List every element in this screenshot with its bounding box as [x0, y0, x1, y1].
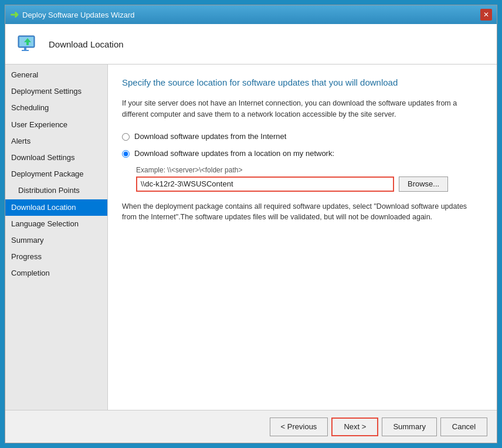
- header-icon: [13, 30, 42, 58]
- sidebar-item-language-selection[interactable]: Language Selection: [5, 216, 107, 232]
- radio-network[interactable]: [122, 150, 130, 158]
- content-area: GeneralDeployment SettingsSchedulingUser…: [5, 65, 497, 410]
- cancel-button[interactable]: Cancel: [440, 418, 487, 436]
- previous-button[interactable]: < Previous: [270, 418, 328, 436]
- example-text: Example: \\<server>\<folder path>: [136, 166, 483, 174]
- close-button[interactable]: ✕: [480, 9, 492, 21]
- sidebar-item-deployment-settings[interactable]: Deployment Settings: [5, 83, 107, 100]
- window-title: Deploy Software Updates Wizard: [22, 11, 134, 19]
- svg-rect-2: [24, 47, 26, 50]
- sidebar-item-general[interactable]: General: [5, 67, 107, 83]
- path-input[interactable]: [136, 177, 394, 192]
- main-panel: Specify the source location for software…: [108, 65, 497, 410]
- sidebar-item-summary[interactable]: Summary: [5, 232, 107, 249]
- header-bar: Download Location: [5, 24, 497, 65]
- sidebar: GeneralDeployment SettingsSchedulingUser…: [5, 65, 108, 410]
- arrow-icon: ➜: [10, 8, 19, 21]
- sidebar-item-progress[interactable]: Progress: [5, 249, 107, 265]
- bottom-note: When the deployment package contains all…: [122, 201, 483, 223]
- sidebar-item-download-settings[interactable]: Download Settings: [5, 150, 107, 166]
- radio-internet-label[interactable]: Download software updates from the Inter…: [134, 132, 286, 141]
- browse-button[interactable]: Browse...: [399, 177, 448, 192]
- network-option-container: Example: \\<server>\<folder path> Browse…: [136, 166, 483, 192]
- description-text: If your site server does not have an Int…: [122, 98, 483, 120]
- main-heading: Specify the source location for software…: [122, 76, 483, 89]
- header-title: Download Location: [49, 39, 124, 49]
- radio-network-option: Download software updates from a locatio…: [122, 149, 483, 158]
- sidebar-item-deployment-package[interactable]: Deployment Package: [5, 166, 107, 182]
- radio-internet[interactable]: [122, 133, 130, 141]
- sidebar-item-download-location[interactable]: Download Location: [5, 199, 107, 216]
- sidebar-item-alerts[interactable]: Alerts: [5, 133, 107, 150]
- wizard-window: ➜ Deploy Software Updates Wizard ✕ Downl…: [5, 5, 497, 443]
- svg-rect-3: [22, 50, 29, 51]
- summary-button[interactable]: Summary: [382, 418, 437, 436]
- radio-network-label[interactable]: Download software updates from a locatio…: [134, 149, 334, 158]
- radio-internet-option: Download software updates from the Inter…: [122, 132, 483, 141]
- title-bar: ➜ Deploy Software Updates Wizard ✕: [5, 5, 497, 24]
- path-row: Browse...: [136, 177, 483, 192]
- sidebar-item-completion[interactable]: Completion: [5, 265, 107, 281]
- sidebar-item-user-experience[interactable]: User Experience: [5, 117, 107, 133]
- sidebar-item-scheduling[interactable]: Scheduling: [5, 100, 107, 116]
- sidebar-item-distribution-points[interactable]: Distribution Points: [5, 182, 107, 199]
- next-button[interactable]: Next >: [331, 418, 378, 436]
- title-left: ➜ Deploy Software Updates Wizard: [10, 8, 134, 21]
- footer: < Previous Next > Summary Cancel: [5, 410, 497, 443]
